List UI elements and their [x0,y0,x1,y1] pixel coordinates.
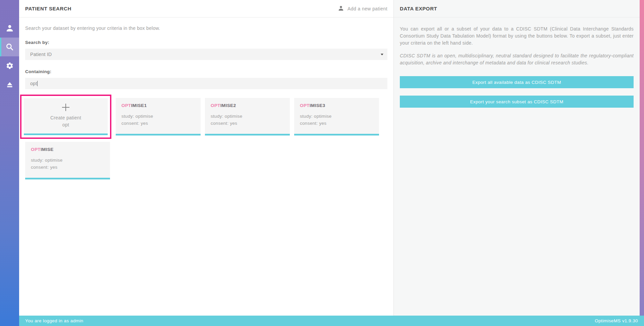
logged-in-status: You are logged in as admin [25,318,84,323]
containing-input-value: opt [30,81,37,86]
containing-input[interactable]: opt [25,78,387,89]
patient-card-details: study: optimise consent: yes [211,113,284,127]
patient-card-title: OPTIMISE2 [211,103,284,108]
status-bar: You are logged in as admin OptimiseMS v1… [19,316,644,326]
patient-search-header: PATIENT SEARCH Add a new patient [19,0,393,17]
right-gradient-strip [640,0,644,316]
export-description: You can export all or a subset of your d… [400,25,634,47]
search-intro-text: Search your dataset by entering your cri… [25,25,387,31]
patient-card-optimise2[interactable]: OPTIMISE2 study: optimise consent: yes [205,98,290,135]
results-row-1: Create patient opt OPTIMISE1 study: opti… [25,98,387,139]
plus-icon [62,104,69,111]
patient-search-panel: PATIENT SEARCH Add a new patient Search … [19,0,394,316]
containing-label: Containing: [25,69,387,74]
search-by-selected-value: Patient ID [30,52,52,57]
search-by-select[interactable]: Patient ID [25,49,387,60]
export-all-button[interactable]: Export all available data as CDISC SDTM [400,76,634,88]
sidebar-item-settings[interactable] [0,56,19,75]
data-export-header: DATA EXPORT [394,0,640,17]
add-person-icon [338,5,344,12]
patient-card-optimise3[interactable]: OPTIMISE3 study: optimise consent: yes [294,98,379,135]
patient-card-details: study: optimise consent: yes [300,113,373,127]
patient-card-title: OPTIMISE [31,147,104,152]
gear-icon [6,62,14,70]
patient-card-optimise1[interactable]: OPTIMISE1 study: optimise consent: yes [116,98,201,135]
patient-card-details: study: optimise consent: yes [121,113,195,127]
create-patient-query: opt [62,121,69,128]
person-icon [5,24,14,33]
add-new-patient-button[interactable]: Add a new patient [338,5,387,12]
text-caret [37,81,38,86]
sidebar-item-search[interactable] [0,38,19,56]
sidebar-item-eject[interactable] [0,75,19,94]
search-icon [5,43,14,51]
sidebar [0,0,19,326]
page-title: PATIENT SEARCH [25,6,71,11]
patient-card-title: OPTIMISE3 [300,103,373,108]
cdisc-definition: CDISC SDTM is an open, multidisciplinary… [400,52,634,66]
create-patient-card[interactable]: Create patient opt [24,98,108,135]
export-subset-button[interactable]: Export your search subset as CDISC SDTM [400,96,634,108]
data-export-title: DATA EXPORT [400,6,437,11]
sidebar-item-patients[interactable] [0,19,19,38]
patient-card-optimise[interactable]: OPTIMISE study: optimise consent: yes [25,142,110,179]
data-export-content: You can export all or a subset of your d… [394,25,640,108]
patient-search-content: Search your dataset by entering your cri… [19,25,393,179]
patient-card-title: OPTIMISE1 [121,103,195,108]
results-row-2: OPTIMISE study: optimise consent: yes [25,142,387,179]
dropdown-arrow-icon [381,54,383,55]
create-patient-label: Create patient [50,114,81,121]
add-new-patient-label: Add a new patient [347,6,387,11]
create-patient-card-selection[interactable]: Create patient opt [20,95,111,139]
search-by-label: Search by: [25,40,387,45]
app-version: OptimiseMS v1.9.30 [595,318,638,323]
data-export-panel: DATA EXPORT You can export all or a subs… [394,0,640,316]
eject-icon [5,80,14,89]
patient-card-details: study: optimise consent: yes [31,157,104,171]
